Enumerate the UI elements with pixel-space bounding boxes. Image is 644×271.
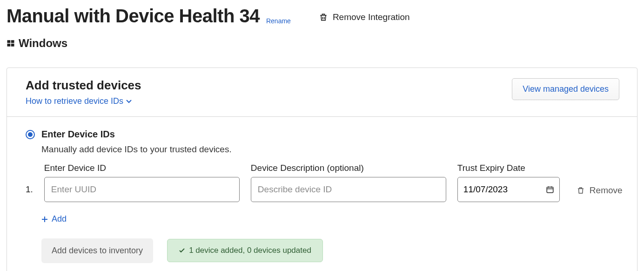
calendar-icon [546, 185, 554, 194]
howto-retrieve-label: How to retrieve device IDs [26, 96, 123, 106]
rename-link[interactable]: Rename [266, 17, 291, 25]
panel-header: Add trusted devices How to retrieve devi… [7, 68, 637, 117]
add-row-button[interactable]: Add [41, 214, 67, 224]
trusted-devices-panel: Add trusted devices How to retrieve devi… [7, 68, 637, 271]
device-id-label: Enter Device ID [44, 163, 240, 173]
plus-icon [41, 216, 48, 223]
platform-label: Windows [19, 37, 67, 50]
add-row-label: Add [52, 214, 67, 224]
svg-rect-4 [547, 187, 553, 193]
remove-integration-button[interactable]: Remove Integration [319, 12, 410, 22]
chevron-down-icon [126, 100, 132, 103]
expiry-label: Trust Expiry Date [457, 163, 560, 173]
status-text: 1 device added, 0 devices updated [189, 246, 311, 255]
trash-icon [577, 186, 585, 195]
device-desc-input[interactable] [251, 177, 446, 202]
row-number: 1. [26, 184, 33, 202]
expiry-date-input[interactable] [457, 177, 560, 202]
windows-icon [7, 39, 15, 47]
enter-device-ids-radio[interactable]: Enter Device IDs [26, 129, 618, 140]
trash-icon [319, 12, 328, 22]
page-title: Manual with Device Health 34 [7, 6, 260, 27]
device-row: 1. Enter Device ID Device Description (o… [26, 163, 618, 202]
view-managed-devices-button[interactable]: View managed devices [512, 78, 619, 100]
radio-label: Enter Device IDs [41, 129, 115, 140]
add-devices-button[interactable]: Add devices to inventory [41, 238, 153, 263]
howto-retrieve-link[interactable]: How to retrieve device IDs [26, 96, 132, 106]
remove-row-button[interactable]: Remove [577, 185, 623, 202]
device-id-input[interactable] [44, 177, 240, 202]
remove-row-label: Remove [590, 185, 623, 196]
panel-body: Enter Device IDs Manually add device IDs… [7, 117, 637, 271]
check-icon [179, 247, 185, 254]
panel-title: Add trusted devices [26, 78, 141, 93]
remove-integration-label: Remove Integration [333, 12, 410, 22]
svg-rect-0 [7, 40, 11, 43]
option-description: Manually add device IDs to your trusted … [41, 144, 618, 155]
platform-row: Windows [7, 37, 637, 50]
radio-icon [26, 130, 35, 139]
svg-rect-1 [11, 40, 14, 43]
device-desc-label: Device Description (optional) [251, 163, 446, 173]
svg-rect-2 [7, 44, 11, 47]
svg-rect-3 [11, 44, 14, 47]
status-message: 1 device added, 0 devices updated [167, 239, 323, 262]
page-header: Manual with Device Health 34 Rename Remo… [7, 6, 637, 27]
action-row: Add devices to inventory 1 device added,… [41, 238, 618, 263]
